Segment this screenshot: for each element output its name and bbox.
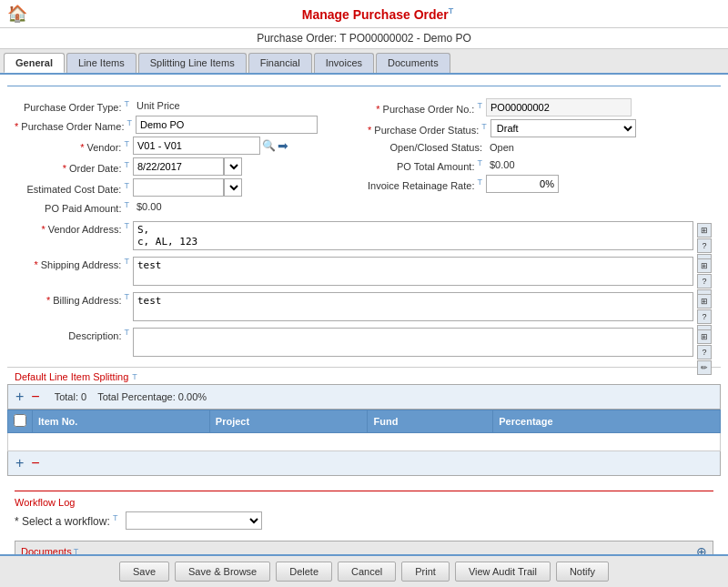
form-left-col: Purchase Order Type: T Unit Price * Purc…	[15, 96, 360, 217]
subtitle-text: Purchase Order: T PO00000002 - Demo PO	[257, 32, 471, 45]
po-number-tooltip[interactable]: T	[478, 101, 483, 110]
billing-address-row: * Billing Address: T test ⊞ ? ✏	[15, 292, 713, 324]
split-footer: + −	[7, 451, 721, 476]
po-paid-tooltip[interactable]: T	[125, 200, 130, 209]
po-number-label: * Purchase Order No.: T	[368, 101, 486, 115]
order-date-input[interactable]	[133, 157, 224, 176]
default-split-label-text: Default Line Item Splitting	[15, 371, 128, 382]
open-closed-label: Open/Closed Status:	[368, 142, 486, 153]
billing-address-wrapper: test ⊞ ? ✏	[133, 292, 713, 324]
po-total-tooltip[interactable]: T	[478, 158, 483, 167]
po-status-tooltip[interactable]: T	[481, 122, 487, 131]
shipping-address-edit-icon[interactable]: ?	[697, 274, 712, 288]
po-number-input	[486, 98, 632, 116]
vendor-address-row: * Vendor Address: T S, c, AL, 123 ⊞ ? ✏	[15, 221, 713, 253]
tab-invoices[interactable]: Invoices	[314, 53, 374, 73]
description-clear-icon[interactable]: ✏	[697, 360, 712, 375]
order-date-tooltip[interactable]: T	[125, 160, 130, 169]
po-paid-value: $0.00	[133, 199, 166, 214]
tabs-bar: General Line Items Splitting Line Items …	[0, 49, 728, 75]
split-footer-remove-btn[interactable]: −	[31, 455, 39, 471]
description-tooltip[interactable]: T	[125, 328, 130, 337]
po-status-select[interactable]: Draft Open Closed Cancelled	[490, 119, 636, 137]
split-footer-add-btn[interactable]: +	[15, 455, 24, 471]
page-title-text: Manage Purchase Order	[302, 6, 449, 21]
vendor-address-textarea[interactable]: S, c, AL, 123	[133, 221, 693, 250]
split-col-percentage: Percentage	[493, 410, 721, 433]
vendor-search-icon[interactable]: 🔍	[262, 139, 276, 152]
billing-address-expand-icon[interactable]: ⊞	[697, 294, 712, 309]
default-split-tooltip[interactable]: T	[132, 372, 137, 381]
cancel-button[interactable]: Cancel	[338, 562, 396, 582]
vendor-address-edit-icon[interactable]: ?	[697, 238, 712, 253]
est-cost-picker[interactable]	[224, 178, 242, 197]
view-audit-trail-button[interactable]: View Audit Trail	[455, 562, 551, 582]
split-col-item-no: Item No.	[33, 410, 210, 433]
delete-button[interactable]: Delete	[276, 562, 332, 582]
save-browse-button[interactable]: Save & Browse	[175, 562, 270, 582]
description-label: Description: T	[15, 328, 133, 341]
open-closed-value: Open	[486, 140, 518, 155]
tab-documents[interactable]: Documents	[376, 53, 450, 73]
page-title: Manage Purchase OrderT	[35, 6, 721, 22]
print-button[interactable]: Print	[401, 562, 450, 582]
workflow-select-tooltip[interactable]: T	[113, 513, 118, 522]
form-right-col: * Purchase Order No.: T * Purchase Order…	[368, 96, 713, 217]
workflow-section: Workflow Log * Select a workflow: T	[7, 483, 721, 537]
split-select-all[interactable]	[14, 414, 26, 427]
workflow-select-label-text: Select a workflow:	[22, 515, 110, 528]
title-tooltip[interactable]: T	[449, 6, 454, 15]
description-edit-icon[interactable]: ?	[697, 345, 712, 359]
tab-splitting-line-items[interactable]: Splitting Line Items	[138, 53, 247, 73]
po-total-value: $0.00	[486, 157, 519, 172]
tab-line-items[interactable]: Line Items	[66, 53, 136, 73]
description-row: Description: T ⊞ ? ✏	[15, 328, 713, 359]
po-paid-row: PO Paid Amount: T $0.00	[15, 199, 360, 214]
split-total-count: Total: 0	[55, 391, 86, 402]
invoice-retainage-row: Invoice Retainage Rate: T	[368, 175, 713, 193]
vendor-address-expand-icon[interactable]: ⊞	[697, 223, 712, 238]
home-icon[interactable]: 🏠	[7, 4, 27, 24]
billing-address-edit-icon[interactable]: ?	[697, 309, 712, 324]
est-cost-input[interactable]	[133, 178, 224, 197]
content-area: Purchase Order Type: T Unit Price * Purc…	[0, 75, 728, 587]
shipping-address-expand-icon[interactable]: ⊞	[697, 258, 712, 273]
shipping-address-label: * Shipping Address: T	[15, 257, 133, 270]
tab-financial[interactable]: Financial	[248, 53, 312, 73]
form-top-section: Purchase Order Type: T Unit Price * Purc…	[7, 94, 721, 218]
invoice-retainage-tooltip[interactable]: T	[478, 177, 483, 187]
shipping-address-row: * Shipping Address: T test ⊞ ? ✏	[15, 257, 713, 288]
split-col-project: Project	[209, 410, 368, 433]
description-textarea[interactable]	[133, 328, 693, 357]
shipping-address-tooltip[interactable]: T	[125, 257, 130, 266]
est-cost-tooltip[interactable]: T	[125, 181, 130, 190]
save-button[interactable]: Save	[119, 562, 169, 582]
po-name-input[interactable]	[136, 116, 318, 134]
po-name-tooltip[interactable]: T	[127, 118, 133, 127]
split-total: Total: 0 Total Percentage: 0.00%	[55, 391, 207, 402]
invoice-retainage-input[interactable]	[486, 175, 559, 193]
notify-button[interactable]: Notify	[556, 562, 609, 582]
tab-general[interactable]: General	[4, 53, 65, 73]
vendor-tooltip[interactable]: T	[125, 139, 130, 148]
split-toolbar: + − Total: 0 Total Percentage: 0.00%	[7, 384, 721, 410]
po-status-row: * Purchase Order Status: T Draft Open Cl…	[368, 119, 713, 137]
vendor-label: * Vendor: T	[15, 139, 133, 153]
vendor-address-label: * Vendor Address: T	[15, 221, 133, 235]
billing-address-textarea[interactable]: test	[133, 292, 693, 321]
vendor-address-tooltip[interactable]: T	[125, 221, 130, 230]
est-cost-label: Estimated Cost Date: T	[15, 181, 133, 195]
split-remove-btn[interactable]: −	[31, 389, 39, 405]
description-expand-icon[interactable]: ⊞	[697, 329, 712, 344]
shipping-address-textarea[interactable]: test	[133, 257, 693, 286]
split-col-checkbox	[8, 410, 33, 433]
workflow-select[interactable]	[126, 511, 262, 530]
po-type-tooltip[interactable]: T	[125, 99, 130, 108]
split-add-btn[interactable]: +	[15, 389, 24, 405]
po-number-row: * Purchase Order No.: T	[368, 98, 713, 116]
order-date-picker[interactable]	[224, 157, 242, 176]
vendor-arrow-icon[interactable]: ➡	[278, 138, 288, 153]
vendor-input[interactable]	[133, 137, 260, 155]
description-icons: ⊞ ? ✏	[697, 329, 712, 375]
billing-address-tooltip[interactable]: T	[125, 292, 130, 301]
